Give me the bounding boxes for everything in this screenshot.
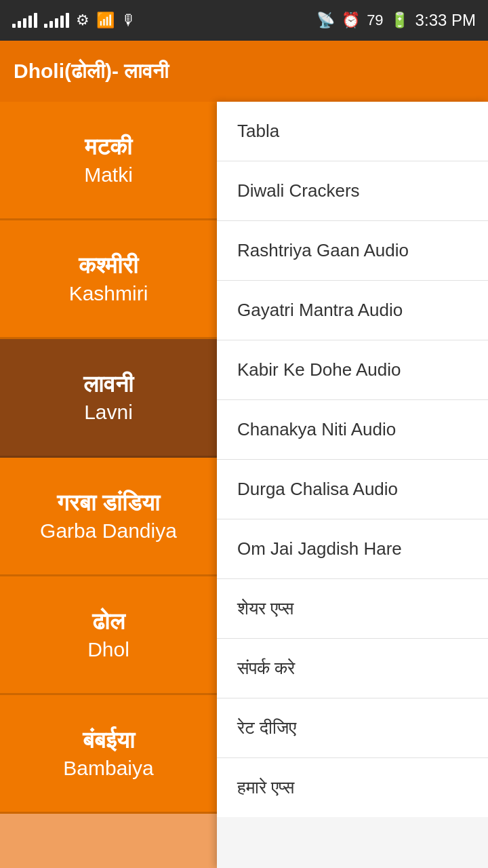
status-right: 📡 ⏰ 79 🔋 3:33 PM — [317, 11, 476, 30]
menu-item-garba-hindi: गरबा डांडिया — [57, 490, 160, 517]
left-menu: मटकी Matki कश्मीरी Kashmiri लावनी Lavni … — [0, 102, 217, 868]
menu-item-bambaiya-hindi: बंबईया — [83, 727, 135, 754]
dropdown-item-durga[interactable]: Durga Chalisa Audio — [217, 460, 488, 519]
dropdown-item-gayatri-label: Gayatri Mantra Audio — [237, 300, 403, 321]
menu-item-bambaiya-english: Bambaiya — [63, 757, 153, 780]
status-time: 3:33 PM — [415, 11, 476, 30]
dropdown-item-share[interactable]: शेयर एप्स — [217, 579, 488, 639]
menu-item-lavni-english: Lavni — [84, 401, 133, 424]
app-title: Dholi(ढोली)- लावनी — [14, 60, 169, 83]
dropdown-item-durga-label: Durga Chalisa Audio — [237, 479, 398, 500]
dropdown-item-contact-label: संपर्क करे — [237, 658, 295, 679]
dropdown-item-chanakya-label: Chanakya Niti Audio — [237, 419, 396, 440]
main-content: मटकी Matki कश्मीरी Kashmiri लावनी Lavni … — [0, 102, 488, 868]
dropdown-item-rate[interactable]: रेट दीजिए — [217, 698, 488, 758]
dropdown-item-kabir[interactable]: Kabir Ke Dohe Audio — [217, 340, 488, 400]
dropdown-item-rate-label: रेट दीजिए — [237, 717, 296, 738]
menu-item-kashmiri[interactable]: कश्मीरी Kashmiri — [0, 220, 217, 339]
menu-item-lavni-hindi: लावनी — [83, 371, 134, 398]
menu-item-lavni[interactable]: लावनी Lavni — [0, 339, 217, 458]
signal-bars-icon — [12, 13, 37, 28]
app-header: Dholi(ढोली)- लावनी — [0, 41, 488, 102]
dropdown-item-omjai-label: Om Jai Jagdish Hare — [237, 538, 402, 559]
dropdown-item-tabla[interactable]: Tabla — [217, 102, 488, 161]
menu-item-matki-hindi: मटकी — [85, 134, 132, 161]
dropdown-item-chanakya[interactable]: Chanakya Niti Audio — [217, 400, 488, 460]
alarm-icon: ⏰ — [342, 12, 360, 29]
dropdown-item-rashtriya-label: Rashtriya Gaan Audio — [237, 240, 409, 261]
usb-icon: ⚙ — [76, 12, 89, 29]
status-left: ⚙ 📶 🎙 — [12, 12, 136, 29]
dropdown-item-rashtriya[interactable]: Rashtriya Gaan Audio — [217, 221, 488, 281]
menu-item-bambaiya[interactable]: बंबईया Bambaiya — [0, 695, 217, 814]
dropdown-item-omjai[interactable]: Om Jai Jagdish Hare — [217, 519, 488, 579]
dropdown-item-gayatri[interactable]: Gayatri Mantra Audio — [217, 281, 488, 340]
menu-item-kashmiri-hindi: कश्मीरी — [79, 252, 138, 279]
menu-item-dhol[interactable]: ढोल Dhol — [0, 576, 217, 695]
dropdown-item-share-label: शेयर एप्स — [237, 598, 293, 619]
call-icon: 📶 — [96, 12, 115, 29]
dropdown-item-diwali[interactable]: Diwali Crackers — [217, 161, 488, 221]
dropdown-item-ourapps-label: हमारे एप्स — [237, 777, 294, 798]
menu-item-matki[interactable]: मटकी Matki — [0, 102, 217, 220]
dropdown-menu[interactable]: Tabla Diwali Crackers Rashtriya Gaan Aud… — [217, 102, 488, 868]
menu-item-garba[interactable]: गरबा डांडिया Garba Dandiya — [0, 458, 217, 576]
menu-item-dhol-hindi: ढोल — [92, 608, 125, 635]
status-bar: ⚙ 📶 🎙 📡 ⏰ 79 🔋 3:33 PM — [0, 0, 488, 41]
battery-level: 79 — [367, 12, 383, 29]
signal-bars-2-icon — [44, 13, 69, 28]
menu-item-dhol-english: Dhol — [87, 638, 129, 661]
dropdown-item-contact[interactable]: संपर्क करे — [217, 639, 488, 698]
dropdown-item-kabir-label: Kabir Ke Dohe Audio — [237, 359, 401, 380]
dropdown-item-ourapps[interactable]: हमारे एप्स — [217, 758, 488, 817]
menu-item-matki-english: Matki — [84, 163, 133, 186]
menu-item-kashmiri-english: Kashmiri — [69, 282, 148, 305]
menu-item-garba-english: Garba Dandiya — [40, 519, 177, 542]
dropdown-item-tabla-label: Tabla — [237, 121, 279, 142]
mute-icon: 🎙 — [121, 12, 136, 29]
battery-icon: 🔋 — [390, 12, 409, 29]
wifi-icon: 📡 — [317, 12, 335, 29]
dropdown-item-diwali-label: Diwali Crackers — [237, 180, 360, 201]
